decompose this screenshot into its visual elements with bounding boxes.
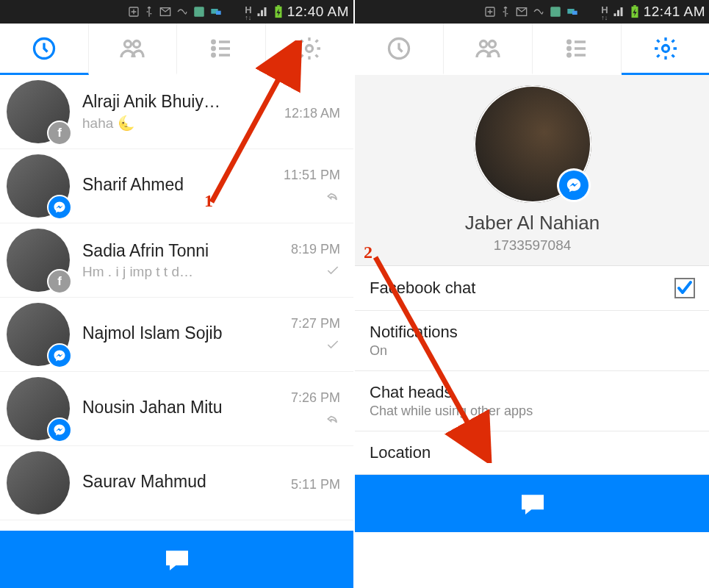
phone-right: H↑↓ 12:41 AM Jaber Al Nahian 1733597084 … — [355, 0, 709, 588]
timestamp: 5:11 PM — [291, 477, 340, 492]
message-snippet: haha 🌜 — [82, 115, 271, 132]
facebook-badge-icon: f — [48, 270, 71, 293]
tab-people[interactable] — [89, 24, 178, 75]
usb-icon — [500, 6, 511, 18]
setting-title: Facebook chat — [370, 279, 475, 298]
avatar — [1, 149, 75, 223]
avatar — [1, 372, 75, 445]
conversation-row[interactable]: fSadia Afrin TonniHm . i j imp t t d…8:1… — [0, 223, 353, 298]
svg-rect-2 — [195, 7, 205, 17]
usb-icon — [143, 6, 155, 18]
status-icons: H↑↓ — [484, 4, 638, 20]
facebook-badge-icon: f — [48, 122, 71, 144]
svg-point-9 — [134, 40, 140, 47]
svg-point-12 — [212, 54, 215, 57]
setting-row[interactable]: Location — [355, 431, 709, 475]
avatar — [1, 298, 75, 371]
signal-icon — [612, 5, 627, 18]
contact-name: Alraji Anik Bhuiy… — [82, 92, 271, 112]
reply-icon — [325, 412, 340, 430]
data-icon: H↑↓ — [601, 4, 608, 20]
svg-point-27 — [663, 45, 669, 51]
check-icon — [325, 337, 340, 356]
tab-recent[interactable] — [355, 24, 444, 75]
tab-settings[interactable] — [622, 24, 709, 75]
phone-left: H↑↓ 12:40 AM fAlraji Anik Bhuiy…haha 🌜12… — [0, 0, 355, 588]
contact-name: Najmol Islam Sojib — [82, 323, 271, 343]
svg-rect-18 — [572, 11, 577, 15]
contact-name: Sadia Afrin Tonni — [82, 241, 271, 261]
signal-icon — [256, 5, 270, 18]
svg-rect-16 — [551, 7, 561, 17]
svg-point-11 — [212, 47, 215, 50]
svg-point-24 — [568, 40, 571, 43]
tab-recent[interactable] — [0, 24, 89, 75]
tab-people[interactable] — [444, 24, 533, 75]
svg-point-10 — [212, 40, 215, 43]
sync-icon — [209, 6, 223, 18]
avatar: f — [1, 223, 75, 297]
contact-name: Nousin Jahan Mitu — [82, 398, 271, 417]
status-icons: H↑↓ — [128, 4, 282, 20]
timestamp: 11:51 PM — [284, 168, 340, 183]
svg-point-25 — [568, 47, 571, 50]
timestamp: 8:19 PM — [291, 242, 340, 257]
status-bar: H↑↓ 12:40 AM — [0, 0, 353, 24]
setting-title: Notifications — [370, 323, 458, 342]
conversation-row[interactable]: Saurav Mahmud5:11 PM — [0, 446, 353, 520]
tab-settings[interactable] — [266, 24, 354, 75]
setting-row[interactable]: NotificationsOn — [355, 311, 709, 371]
top-tabs — [355, 24, 709, 75]
timestamp: 7:27 PM — [291, 316, 340, 331]
tab-list[interactable] — [533, 24, 622, 75]
setting-title: Location — [370, 443, 431, 462]
svg-point-23 — [489, 40, 496, 47]
gmail-icon — [159, 6, 172, 18]
profile-header: Jaber Al Nahian 1733597084 — [355, 75, 709, 266]
contact-name: Sharif Ahmed — [82, 175, 271, 195]
timestamp: 12:18 AM — [284, 106, 340, 121]
timestamp: 7:26 PM — [291, 390, 340, 406]
gmail-icon — [515, 6, 528, 18]
profile-panel: Jaber Al Nahian 1733597084 Facebook chat… — [355, 75, 709, 475]
avatar: f — [1, 75, 75, 148]
battery-charging-icon — [630, 5, 639, 18]
conversation-row[interactable]: Najmol Islam Sojib7:27 PM — [0, 298, 353, 372]
status-time: 12:41 AM — [644, 4, 705, 20]
conversation-row[interactable]: Nousin Jahan Mitu7:26 PM — [0, 372, 353, 446]
setting-subtitle: Chat while using other apps — [370, 404, 533, 419]
profile-name: Jaber Al Nahian — [355, 212, 709, 234]
svg-point-13 — [306, 45, 313, 51]
conversation-row[interactable]: Sharif Ahmed11:51 PM — [0, 149, 353, 223]
messenger-badge-icon — [48, 345, 71, 367]
conversation-list: fAlraji Anik Bhuiy…haha 🌜12:18 AMSharif … — [0, 75, 353, 531]
sync-icon — [566, 6, 579, 18]
status-time: 12:40 AM — [287, 4, 349, 20]
avatar — [1, 446, 75, 520]
compose-button[interactable] — [355, 475, 709, 532]
profile-avatar[interactable] — [474, 85, 591, 203]
svg-point-22 — [481, 40, 487, 47]
settings-list: Facebook chatNotificationsOnChat headsCh… — [355, 266, 709, 475]
swiftkey-icon — [532, 6, 545, 18]
svg-rect-20 — [633, 5, 636, 7]
data-icon: H↑↓ — [245, 4, 251, 20]
top-tabs — [0, 24, 353, 75]
messenger-badge-icon — [48, 196, 71, 218]
messenger-badge-icon — [559, 171, 589, 200]
svg-point-8 — [125, 40, 132, 47]
setting-row[interactable]: Chat headsChat while using other apps — [355, 371, 709, 431]
setting-subtitle: On — [370, 343, 458, 359]
setting-row[interactable]: Facebook chat — [355, 266, 709, 311]
checkbox-checked[interactable] — [674, 278, 695, 298]
share-icon — [128, 6, 140, 18]
tab-list[interactable] — [177, 24, 266, 75]
swiftkey-icon — [176, 6, 189, 18]
battery-charging-icon — [274, 5, 283, 18]
conversation-row[interactable]: fAlraji Anik Bhuiy…haha 🌜12:18 AM — [0, 75, 353, 149]
check-icon — [325, 263, 340, 282]
setting-title: Chat heads — [370, 383, 533, 402]
status-bar: H↑↓ 12:41 AM — [355, 0, 709, 24]
svg-rect-6 — [277, 5, 280, 7]
compose-button[interactable] — [0, 531, 353, 588]
